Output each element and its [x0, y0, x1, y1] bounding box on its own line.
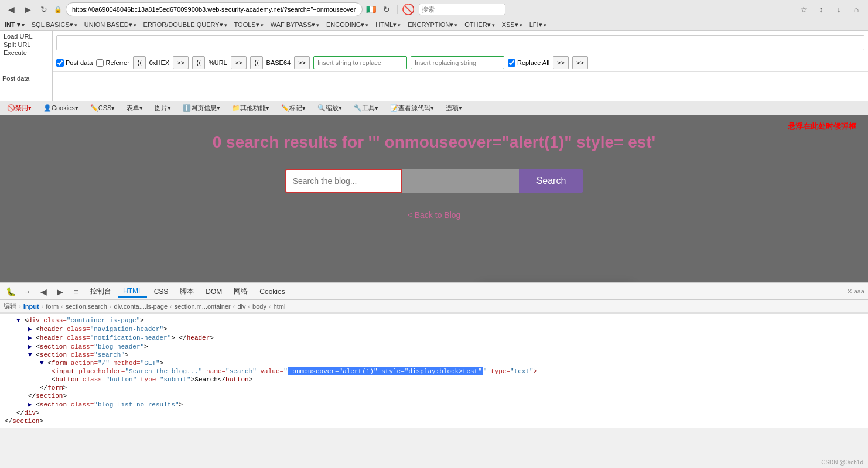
browser-titlebar: ◀ ▶ ↻ 🔒 🇮🇪 ↻ 🚫 ☆ ↕ ↓ ⌂	[0, 0, 868, 19]
view-source-btn[interactable]: 📝查看源代码▾	[387, 103, 438, 113]
source-panel: ▼ <div class="container is-page"> ▶ <hea…	[0, 313, 868, 428]
forward-button[interactable]: ▶	[21, 3, 34, 16]
breadcrumb-form[interactable]: form	[46, 303, 59, 310]
devtools-top-bar: 🐛 → ◀ ▶ ≡ 控制台 HTML CSS 脚本 DOM 网络 Cookies…	[0, 283, 868, 300]
breadcrumb-div[interactable]: div	[237, 303, 245, 310]
replace-right-btn1[interactable]: >>	[553, 56, 569, 69]
union-based-menu[interactable]: UNION BASED▾	[82, 21, 139, 29]
replace-right-btn2[interactable]: >>	[572, 56, 588, 69]
url-right-btn[interactable]: >>	[231, 56, 247, 69]
insert-string-input[interactable]	[313, 56, 407, 69]
other-func-btn[interactable]: 📁其他功能▾	[228, 103, 273, 113]
referrer-label: Referrer	[105, 59, 129, 66]
base64-left-btn[interactable]: ⟨⟨	[250, 56, 263, 69]
int-menu[interactable]: INT ▾	[2, 21, 27, 29]
search-spacer	[402, 169, 519, 193]
breadcrumb-html[interactable]: html	[274, 303, 286, 310]
devtools-inspect-icon[interactable]: →	[20, 285, 34, 299]
search-results-title: 0 search results for '" onmouseover="ale…	[201, 127, 668, 158]
hackbar-url-input[interactable]	[56, 35, 864, 50]
source-line-blog-list: ▶ <section class="blog-list no-results">	[5, 400, 863, 409]
replace-all-checkbox-label[interactable]: Replace All	[508, 59, 549, 67]
devtools-tab-css[interactable]: CSS	[149, 286, 173, 297]
insert-replacing-input[interactable]	[411, 56, 504, 69]
input-tag-open: <input	[52, 368, 78, 375]
form-btn[interactable]: 表单▾	[123, 103, 146, 113]
post-data-textarea[interactable]	[53, 71, 868, 101]
browser-search-input[interactable]	[419, 4, 505, 15]
back-to-blog-link[interactable]: < Back to Blog	[408, 210, 461, 220]
devtools-back-btn[interactable]: ◀	[36, 285, 50, 299]
post-data-label: Post data	[66, 59, 93, 66]
devtools-search-close[interactable]: ✕ aaa	[847, 288, 864, 295]
execute-button[interactable]: Execute	[1, 49, 51, 57]
zoom-btn[interactable]: 🔍缩放▾	[314, 103, 346, 113]
url-left-btn[interactable]: ⟨⟨	[192, 56, 205, 69]
breadcrumb-section-search[interactable]: section.search	[66, 303, 107, 310]
tools-firebug-btn[interactable]: 🔧工具▾	[350, 103, 382, 113]
hex-label: 0xHEX	[149, 59, 169, 66]
post-data-section-label: Post data	[0, 71, 53, 101]
url-bar[interactable]	[66, 2, 363, 16]
disable-btn[interactable]: 🚫禁用▾	[4, 103, 35, 113]
devtools-tab-console[interactable]: 控制台	[86, 285, 116, 298]
css-btn[interactable]: ✏️CSS▾	[87, 104, 119, 112]
source-line-form-close: </form>	[5, 384, 863, 392]
encryption-menu[interactable]: ENCRYPTION▾	[405, 21, 460, 29]
other-menu[interactable]: OTHER▾	[462, 21, 497, 29]
devtools-tab-cookies[interactable]: Cookies	[255, 286, 289, 297]
mark-btn[interactable]: ✏️标记▾	[278, 103, 309, 113]
referrer-checkbox-label[interactable]: Referrer	[96, 59, 129, 67]
options-btn[interactable]: 选项▾	[442, 103, 466, 113]
post-data-row: Post data	[0, 71, 868, 101]
tools-menu[interactable]: TOOLS▾	[232, 21, 266, 29]
replace-all-checkbox[interactable]	[508, 59, 515, 67]
error-double-menu[interactable]: ERROR/DOUBLE QUERY▾	[141, 21, 230, 29]
refresh-button[interactable]: ↻	[37, 3, 50, 16]
xss-menu[interactable]: XSS▾	[500, 21, 525, 29]
home-button[interactable]: ⌂	[849, 2, 863, 16]
back-button[interactable]: ◀	[5, 3, 18, 16]
devtools-list-icon[interactable]: ≡	[69, 285, 83, 299]
search-blog-button[interactable]: Search	[519, 169, 584, 193]
load-url-button[interactable]: Load URL	[1, 32, 51, 40]
breadcrumb-input[interactable]: input	[23, 303, 39, 310]
replace-row: Post data Referrer ⟨⟨ 0xHEX >> ⟨⟨ %URL >…	[53, 54, 868, 71]
reload-icon[interactable]: ↻	[380, 2, 394, 16]
sync-icon[interactable]: ↕	[814, 2, 828, 16]
breadcrumb-body[interactable]: body	[252, 303, 266, 310]
devtools-tab-dom[interactable]: DOM	[201, 286, 227, 297]
post-data-checkbox-label[interactable]: Post data	[56, 59, 93, 67]
devtools-tab-script[interactable]: 脚本	[175, 285, 199, 298]
star-button[interactable]: ☆	[797, 2, 811, 16]
base64-right-btn[interactable]: >>	[294, 56, 310, 69]
cookies-btn[interactable]: 👤Cookies▾	[40, 104, 82, 112]
source-line-4: ▶ <section class="blog-header">	[5, 342, 863, 351]
encoding-menu[interactable]: ENCODING▾	[324, 21, 371, 29]
lfi-menu[interactable]: LFI▾	[527, 21, 549, 29]
waf-bypass-menu[interactable]: WAF BYPASS▾	[268, 21, 322, 29]
devtools-tab-network[interactable]: 网络	[229, 285, 252, 298]
page-info-btn[interactable]: ℹ️网页信息▾	[179, 103, 224, 113]
annotation-text: 悬浮在此处时候弹框	[788, 121, 856, 132]
breadcrumb-div-container[interactable]: div.conta....is-page	[114, 303, 168, 310]
devtools-forward-btn[interactable]: ▶	[53, 285, 67, 299]
no-icon[interactable]: 🚫	[401, 2, 415, 16]
sql-basics-menu[interactable]: SQL BASICS▾	[29, 21, 80, 29]
post-data-checkbox[interactable]	[56, 59, 64, 67]
split-url-button[interactable]: Split URL	[1, 40, 51, 49]
hex-right-btn[interactable]: >>	[173, 56, 189, 69]
search-blog-input[interactable]	[285, 169, 402, 193]
breadcrumb-edit[interactable]: 编辑	[4, 302, 16, 310]
hackbar-left: Load URL Split URL Execute	[0, 31, 53, 71]
images-btn[interactable]: 图片▾	[151, 103, 175, 113]
replace-all-label: Replace All	[517, 59, 549, 66]
download-button[interactable]: ↓	[832, 2, 846, 16]
html-menu[interactable]: HTML▾	[373, 21, 403, 29]
referrer-checkbox[interactable]	[96, 59, 104, 67]
devtools-tab-html[interactable]: HTML	[118, 286, 147, 298]
breadcrumb-section-container[interactable]: section.m...ontainer	[175, 303, 231, 310]
hex-left-btn[interactable]: ⟨⟨	[133, 56, 146, 69]
devtools-bug-icon[interactable]: 🐛	[4, 285, 18, 299]
source-line-input[interactable]: <input placeholder="Search the blog..." …	[5, 367, 863, 375]
